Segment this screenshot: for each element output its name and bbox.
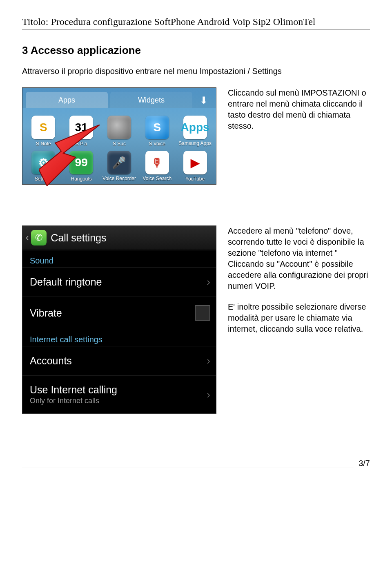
app-label: S Note [36,141,51,147]
navbar-title: Call settings [51,232,106,244]
app-label: S Pla [76,141,87,147]
app-label: S Suc [113,141,126,147]
item-default-ringtone[interactable]: Default ringtone › [22,267,216,297]
paragraph-modalita: E' inoltre possibile selezionare diverse… [228,301,370,335]
footer-rule [22,459,354,468]
chevron-right-icon: › [207,276,210,288]
group-sound-header: Sound [22,250,216,267]
item-accounts[interactable]: Accounts › [22,346,216,375]
app-label: S Voice [149,141,165,147]
download-icon[interactable]: ⬇ [195,93,213,108]
section-heading: 3 Accesso applicazione [22,44,370,57]
app-s-note[interactable]: S S Note [26,116,61,147]
app-s-planner[interactable]: 31 S Pla [64,116,99,147]
call-settings-screenshot: ‹ ✆ Call settings Sound Default ringtone… [22,225,216,414]
item-sublabel: Only for Internet calls [30,397,117,405]
app-label: Voice Recorder [102,176,136,181]
item-label: Default ringtone [30,276,102,288]
android-launcher-screenshot: Apps Widgets ⬇ S S Note 31 S Pla S Suc [22,87,216,185]
item-label: Vibrate [30,307,62,319]
app-label: Hangouts [71,176,92,182]
launcher-tab-apps[interactable]: Apps [26,92,108,108]
chevron-right-icon: › [207,355,210,367]
app-hangouts[interactable]: 99 Hangouts [64,151,99,182]
app-label: Samsung Apps [178,141,212,146]
back-icon[interactable]: ‹ [26,232,29,243]
app-voice-recorder[interactable]: 🎤 Voice Recorder [102,151,137,182]
app-s-suggest[interactable]: S Suc [102,116,137,147]
intro-text: Attraverso il proprio dispositivo entrar… [22,67,370,76]
item-use-internet-calling[interactable]: Use Internet calling Only for Internet c… [22,375,216,413]
app-s-voice[interactable]: S S Voice [139,116,175,147]
chevron-right-icon: › [207,388,210,401]
calendar-icon: 31 [69,116,93,139]
voice-search-icon: 🎙 [145,151,169,174]
app-label: Settings [35,176,52,182]
group-internet-header: Internet call settings [22,329,216,346]
item-label: Accounts [30,355,72,367]
paragraph-impostazioni: Cliccando sul menù IMPOSTAZIONI o entrar… [228,87,370,132]
item-vibrate[interactable]: Vibrate [22,297,216,329]
tower-icon [107,116,131,139]
item-label: Use Internet calling [30,384,117,396]
app-youtube[interactable]: ▶ YouTube [177,151,213,182]
doc-title: Titolo: Procedura configurazione SoftPho… [22,16,370,29]
s-voice-icon: S [145,116,169,139]
app-voice-search[interactable]: 🎙 Voice Search [139,151,175,182]
page-number: 3/7 [359,459,370,468]
app-label: YouTube [185,176,205,182]
app-label: Voice Search [143,176,172,181]
gear-icon: ⚙ [31,151,55,174]
vibrate-checkbox[interactable] [195,305,210,321]
samsung-apps-icon: Apps [183,116,207,139]
s-note-icon: S [31,116,55,139]
app-settings[interactable]: ⚙ Settings [26,151,61,182]
paragraph-telefono-internet: Accedere al menù "telefono" dove, scorre… [228,225,370,292]
app-samsung-apps[interactable]: Apps Samsung Apps [177,116,213,147]
launcher-tab-widgets[interactable]: Widgets [110,92,192,108]
recorder-icon: 🎤 [107,151,131,174]
phone-icon: ✆ [31,230,47,245]
hangouts-icon: 99 [69,151,93,174]
youtube-icon: ▶ [183,151,207,174]
navbar: ‹ ✆ Call settings [22,226,216,250]
